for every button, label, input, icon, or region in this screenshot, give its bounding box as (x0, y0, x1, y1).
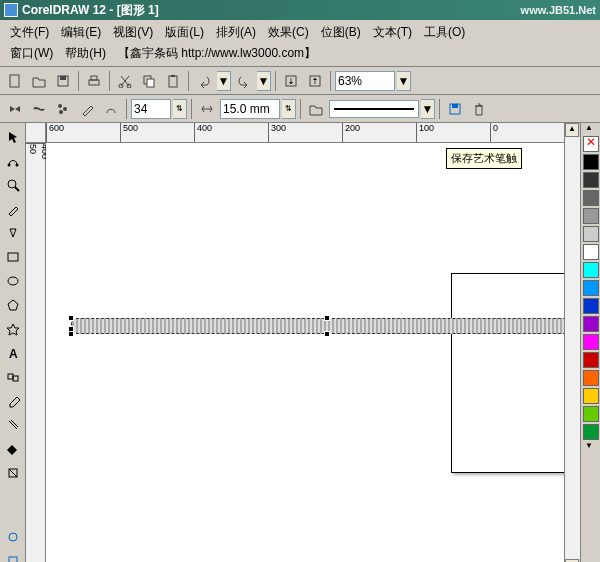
paste-button[interactable] (162, 70, 184, 92)
swatch[interactable] (583, 334, 599, 350)
ruler-corner[interactable] (26, 123, 46, 143)
polygon-tool[interactable] (1, 294, 25, 316)
menu-text[interactable]: 文本(T) (367, 22, 418, 43)
basic-shapes-tool[interactable] (1, 318, 25, 340)
swatch[interactable] (583, 154, 599, 170)
blend-tool[interactable] (1, 366, 25, 388)
save-button[interactable] (52, 70, 74, 92)
stroke-dropdown[interactable]: ▼ (421, 99, 435, 119)
rectangle-tool[interactable] (1, 246, 25, 268)
menu-tools[interactable]: 工具(O) (418, 22, 471, 43)
swatch[interactable] (583, 388, 599, 404)
fill-tool[interactable] (1, 438, 25, 460)
svg-rect-9 (169, 76, 177, 87)
outline-tool[interactable] (1, 414, 25, 436)
menu-view[interactable]: 视图(V) (107, 22, 159, 43)
palette-down[interactable]: ▼ (581, 441, 597, 453)
delete-stroke-button[interactable] (468, 98, 490, 120)
menu-file[interactable]: 文件(F) (4, 22, 55, 43)
menu-arrange[interactable]: 排列(A) (210, 22, 262, 43)
swatch-none[interactable] (583, 136, 599, 152)
extra-tool-2[interactable] (1, 550, 25, 562)
calligraphy-button[interactable] (76, 98, 98, 120)
width-stepper[interactable]: ⇅ (282, 99, 296, 119)
canvas[interactable]: 保存艺术笔触 (46, 143, 564, 562)
open-button[interactable] (28, 70, 50, 92)
scroll-up[interactable]: ▲ (565, 123, 579, 137)
brush-stroke-button[interactable] (28, 98, 50, 120)
redo-dropdown[interactable]: ▼ (257, 71, 271, 91)
text-tool[interactable]: A (1, 342, 25, 364)
extra-tool-1[interactable] (1, 526, 25, 548)
save-stroke-button[interactable] (444, 98, 466, 120)
menu-help[interactable]: 帮助(H) (59, 43, 112, 64)
paint-icon (6, 530, 20, 544)
swatch[interactable] (583, 208, 599, 224)
paste-icon (166, 74, 180, 88)
palette-up[interactable]: ▲ (581, 123, 597, 135)
ruler-horizontal[interactable]: 600 500 400 300 200 100 0 (46, 123, 564, 143)
freehand-tool[interactable] (1, 198, 25, 220)
ruler-tick: 50 (26, 143, 38, 562)
scrollbar-vertical[interactable]: ▲ ▼ (564, 123, 580, 562)
swatch[interactable] (583, 406, 599, 422)
selected-object[interactable] (71, 318, 564, 334)
smoothing-spinner[interactable] (131, 99, 171, 119)
menu-bitmap[interactable]: 位图(B) (315, 22, 367, 43)
cut-button[interactable] (114, 70, 136, 92)
spray-button[interactable] (52, 98, 74, 120)
import-button[interactable] (280, 70, 302, 92)
handle-bl[interactable] (68, 331, 74, 337)
swatch[interactable] (583, 226, 599, 242)
undo-button[interactable] (193, 70, 215, 92)
swatch[interactable] (583, 172, 599, 188)
smoothing-stepper[interactable]: ⇅ (173, 99, 187, 119)
svg-point-29 (9, 533, 17, 541)
new-button[interactable] (4, 70, 26, 92)
pressure-button[interactable] (100, 98, 122, 120)
menu-layout[interactable]: 版面(L) (159, 22, 210, 43)
color-palette: ▲ ▼ (580, 123, 600, 562)
browse-button[interactable] (305, 98, 327, 120)
swatch[interactable] (583, 298, 599, 314)
titlebar: CorelDRAW 12 - [图形 1] www.JB51.Net (0, 0, 600, 20)
menu-window[interactable]: 窗口(W) (4, 43, 59, 64)
swatch[interactable] (583, 244, 599, 260)
copy-button[interactable] (138, 70, 160, 92)
scroll-track[interactable] (565, 137, 580, 559)
svg-text:A: A (9, 347, 18, 360)
swatch[interactable] (583, 190, 599, 206)
eyedropper-tool[interactable] (1, 390, 25, 412)
brush-preset-button[interactable] (4, 98, 26, 120)
print-icon (87, 74, 101, 88)
pick-tool[interactable] (1, 126, 25, 148)
handle-bm[interactable] (324, 331, 330, 337)
width-input[interactable] (220, 99, 280, 119)
handle-tm[interactable] (324, 315, 330, 321)
shape-tool[interactable] (1, 150, 25, 172)
undo-dropdown[interactable]: ▼ (217, 71, 231, 91)
swatch[interactable] (583, 280, 599, 296)
swatch[interactable] (583, 316, 599, 332)
property-bar: ⇅ ⇅ ▼ (0, 95, 600, 123)
menu-edit[interactable]: 编辑(E) (55, 22, 107, 43)
redo-button[interactable] (233, 70, 255, 92)
interactive-fill-tool[interactable] (1, 462, 25, 484)
smart-tool[interactable] (1, 222, 25, 244)
ifill-icon (6, 466, 20, 480)
handle-tl[interactable] (68, 315, 74, 321)
star-icon (6, 322, 20, 336)
ellipse-tool[interactable] (1, 270, 25, 292)
swatch[interactable] (583, 352, 599, 368)
ruler-vertical[interactable]: 50 400 300 200 100 0 (26, 143, 46, 562)
menu-effects[interactable]: 效果(C) (262, 22, 315, 43)
stroke-preview[interactable] (329, 100, 419, 118)
zoom-tool[interactable] (1, 174, 25, 196)
export-button[interactable] (304, 70, 326, 92)
swatch[interactable] (583, 370, 599, 386)
zoom-dropdown[interactable]: ▼ (397, 71, 411, 91)
print-button[interactable] (83, 70, 105, 92)
swatch[interactable] (583, 424, 599, 440)
zoom-input[interactable] (335, 71, 395, 91)
swatch[interactable] (583, 262, 599, 278)
